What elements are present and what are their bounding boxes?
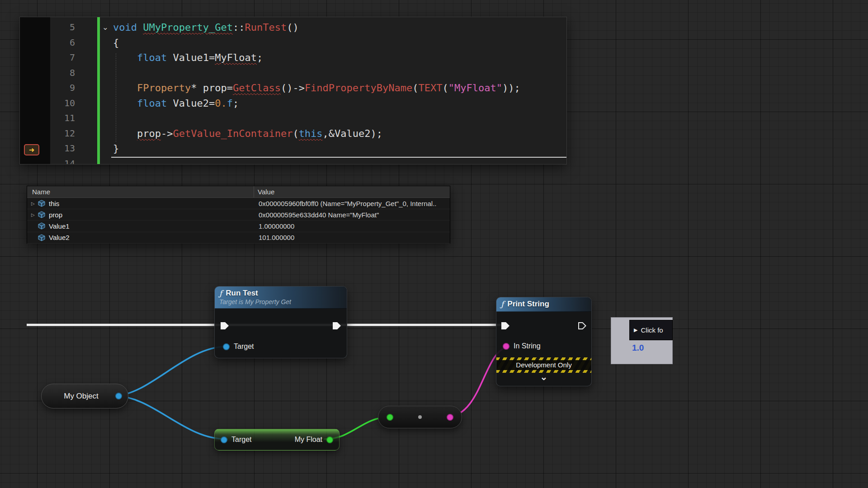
print-string-node[interactable]: ƒ Print String In String Development Onl…	[496, 297, 592, 386]
line-number: 9	[20, 80, 75, 96]
watch-variable-name: Value2	[49, 234, 70, 241]
run-test-title: Run Test	[226, 289, 258, 298]
line-number: 11	[20, 111, 75, 126]
code-text[interactable]: float Value2=0.f;	[113, 96, 239, 111]
watch-row[interactable]: Value2101.000000	[27, 232, 450, 244]
watch-window[interactable]: Name Value ▷this0x000005960fbf0ff0 (Name…	[27, 186, 450, 244]
print-string-title: Print String	[507, 300, 549, 309]
exec-out-pin[interactable]	[332, 322, 341, 330]
expand-arrow-icon[interactable]: ▷	[31, 212, 38, 217]
watch-header: Name Value	[27, 186, 450, 198]
code-text[interactable]: }	[113, 141, 119, 156]
development-only-label: Development Only	[496, 360, 591, 370]
watch-variable-value: 1.00000000	[259, 222, 294, 230]
fold-chevron-icon[interactable]: ⌄	[75, 20, 113, 35]
play-icon: ▶	[634, 327, 637, 333]
watch-variable-value: 0x00000595e633dd40 Name="MyFloat"	[259, 211, 379, 219]
my-object-node[interactable]: My Object	[41, 384, 128, 408]
line-number: 14	[20, 156, 75, 165]
code-line: 9 FProperty* prop=GetClass()->FindProper…	[20, 80, 566, 96]
watch-row[interactable]: ▷prop0x00000595e633dd40 Name="MyFloat"	[27, 209, 450, 221]
execution-pointer-icon: ➜	[24, 144, 39, 155]
my-object-output-pin[interactable]	[115, 393, 122, 399]
variable-icon	[38, 200, 46, 207]
change-tracker-bar	[97, 17, 100, 164]
fold-spacer	[75, 111, 113, 126]
in-string-pin[interactable]	[503, 343, 509, 350]
code-editor[interactable]: 5⌄void UMyProperty_Get::RunTest()6{7 flo…	[19, 17, 567, 164]
object-wire-to-runtest	[114, 347, 226, 396]
fold-spacer	[75, 156, 113, 165]
function-icon: ƒ	[219, 289, 222, 298]
value-column-header[interactable]: Value	[254, 186, 450, 197]
exec-out-pin[interactable]	[578, 322, 587, 330]
variable-icon	[38, 234, 46, 241]
line-number: 5	[20, 20, 75, 35]
code-text[interactable]: float Value1=MyFloat;	[113, 50, 263, 66]
my-float-pin-label: My Float	[295, 436, 322, 444]
object-wire-to-getter	[114, 396, 227, 439]
blueprint-canvas[interactable]: ƒ Run Test Target is My Property Get Tar…	[0, 0, 868, 488]
watch-variable-value: 101.000000	[259, 234, 294, 241]
code-line: 11	[20, 111, 566, 126]
watch-rows: ▷this0x000005960fbf0ff0 (Name="MyPropert…	[27, 198, 450, 244]
target-object-pin[interactable]	[221, 436, 227, 443]
target-object-pin[interactable]	[223, 343, 230, 350]
fold-spacer	[75, 50, 113, 66]
click-for-more-tooltip[interactable]: ▶ Click fo	[629, 320, 673, 340]
code-text[interactable]: FProperty* prop=GetClass()->FindProperty…	[113, 80, 520, 96]
function-icon: ƒ	[501, 300, 504, 309]
node-expand-chevron-icon[interactable]: ⌄	[496, 371, 591, 385]
fold-spacer	[75, 66, 113, 81]
watch-variable-name: this	[49, 200, 59, 207]
watch-variable-name: prop	[49, 211, 62, 219]
line-number: 7	[20, 50, 75, 66]
run-test-node[interactable]: ƒ Run Test Target is My Property Get Tar…	[214, 286, 347, 358]
in-string-pin-label: In String	[514, 342, 541, 350]
watch-variable-name: Value1	[49, 222, 70, 230]
code-line: 12 prop->GetValue_InContainer(this,&Valu…	[20, 126, 566, 141]
fold-spacer	[75, 141, 113, 156]
fold-spacer	[75, 80, 113, 96]
watch-variable-value: 0x000005960fbf0ff0 (Name="MyProperty_Get…	[259, 200, 437, 207]
editor-split-line	[111, 157, 566, 158]
code-text[interactable]: void UMyProperty_Get::RunTest()	[113, 20, 299, 35]
code-lines: 5⌄void UMyProperty_Get::RunTest()6{7 flo…	[20, 20, 566, 164]
development-only-banner: Development Only	[496, 357, 591, 373]
line-number: 6	[20, 35, 75, 51]
line-number: 8	[20, 66, 75, 81]
target-pin-label: Target	[231, 436, 251, 444]
tooltip-label: Click fo	[641, 326, 663, 334]
code-line: 7 float Value1=MyFloat;	[20, 50, 566, 66]
line-number: 10	[20, 96, 75, 111]
code-line: 8	[20, 66, 566, 81]
fold-spacer	[75, 96, 113, 111]
code-line: 5⌄void UMyProperty_Get::RunTest()	[20, 20, 566, 35]
print-string-node-header[interactable]: ƒ Print String	[496, 297, 591, 312]
indent-guide	[116, 53, 116, 142]
float-to-string-conversion-node[interactable]	[378, 406, 462, 428]
run-test-node-header[interactable]: ƒ Run Test Target is My Property Get	[215, 286, 347, 309]
variable-icon	[38, 211, 46, 218]
expand-arrow-icon[interactable]: ▷	[31, 201, 38, 206]
code-text[interactable]: prop->GetValue_InContainer(this,&Value2)…	[113, 126, 382, 141]
my-float-output-pin[interactable]	[326, 436, 333, 443]
name-column-header[interactable]: Name	[27, 188, 254, 196]
fold-spacer	[75, 35, 113, 51]
watch-row[interactable]: ▷this0x000005960fbf0ff0 (Name="MyPropert…	[27, 198, 450, 209]
exec-in-pin[interactable]	[220, 322, 229, 330]
debug-value: 1.0	[632, 343, 644, 353]
code-line: 13}	[20, 141, 566, 156]
get-my-float-node[interactable]: Target My Float	[214, 429, 340, 450]
target-pin-label: Target	[234, 343, 254, 351]
conversion-output-pin[interactable]	[447, 414, 453, 421]
exec-in-pin[interactable]	[501, 322, 510, 330]
variable-icon	[38, 222, 46, 230]
conversion-dot-icon	[418, 415, 422, 419]
watch-row[interactable]: Value11.00000000	[27, 221, 450, 232]
code-line: 10 float Value2=0.f;	[20, 96, 566, 111]
my-object-label: My Object	[42, 392, 115, 401]
run-test-subtitle: Target is My Property Get	[219, 298, 342, 305]
conversion-input-pin[interactable]	[387, 414, 393, 421]
code-text[interactable]: {	[113, 35, 119, 51]
